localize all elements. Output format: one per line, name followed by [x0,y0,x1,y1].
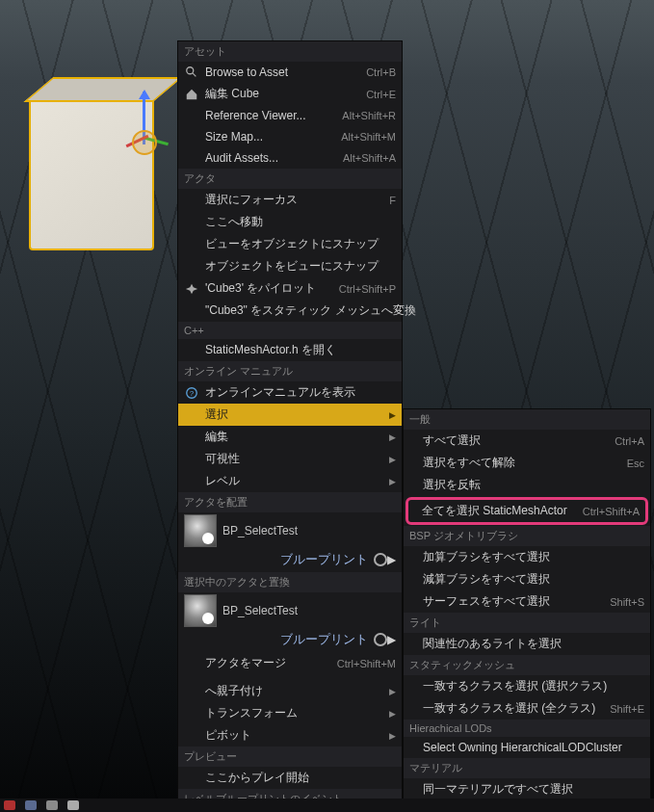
menu-select-matching-class-selected[interactable]: 一致するクラスを選択 (選択クラス) [404,675,650,697]
menu-focus-selection[interactable]: 選択にフォーカス F [178,189,402,211]
blank-icon [184,706,199,721]
blank-icon [184,407,199,423]
menu-edit-cube[interactable]: 編集 Cube Ctrl+E [178,83,402,105]
taskbar-icon[interactable] [4,800,15,810]
menu-reference-viewer[interactable]: Reference Viewer... Alt+Shift+R [178,105,402,126]
section-cpp: C++ [178,322,402,339]
svg-text:?: ? [190,388,195,397]
menu-label: 加算ブラシをすべて選択 [409,549,644,565]
blank-icon [184,452,199,467]
shortcut: Alt+Shift+R [342,110,396,121]
menu-label: Reference Viewer... [205,109,334,122]
menu-label: 可視性 [205,451,381,467]
submenu-arrow-icon: ▶ [389,731,396,741]
menu-select[interactable]: 選択 ▶ [178,404,402,426]
magnifier-icon [184,65,199,80]
blank-icon [184,684,199,699]
menu-convert-to-static-mesh[interactable]: "Cube3" をスタティック メッシュへ変換 [178,300,402,322]
menu-merge-actors[interactable]: アクタをマージ Ctrl+Shift+M [178,652,402,674]
shortcut: Shift+S [610,596,644,608]
menu-label: 選択にフォーカス [205,192,381,208]
shortcut: Alt+Shift+A [343,152,396,164]
menu-play-from-here[interactable]: ここからプレイ開始 [178,767,402,789]
shortcut: Shift+E [610,703,644,715]
menu-snap-object-to-view[interactable]: オブジェクトをビューにスナップ [178,255,402,277]
taskbar-icon[interactable] [25,800,37,810]
menu-browse-to-asset[interactable]: Browse to Asset Ctrl+B [178,62,402,83]
submenu-arrow-icon: ▶ [389,477,396,486]
menu-select-matching-class-all[interactable]: 一致するクラスを選択 (全クラス) Shift+E [404,697,650,720]
menu-label: 'Cube3' をパイロット [205,280,331,297]
menu-level[interactable]: レベル ▶ [178,470,402,492]
section-actor: アクタ [178,169,402,189]
menu-visibility[interactable]: 可視性 ▶ [178,448,402,470]
menu-label: StaticMeshActor.h を開く [205,342,396,358]
menu-label: ここへ移動 [205,214,396,230]
menu-go-here[interactable]: ここへ移動 [178,211,402,233]
blank-icon [184,237,199,252]
menu-label: すべて選択 [409,432,607,449]
section-manual: オンライン マニュアル [178,361,402,381]
taskbar-icon[interactable] [67,800,79,810]
menu-size-map[interactable]: Size Map... Alt+Shift+M [178,126,402,147]
blank-icon [184,728,199,744]
shortcut: Esc [627,458,644,469]
bp-label: BP_SelectTest [222,524,396,537]
menu-select-all-staticmeshactor[interactable]: 全てを選択 StaticMeshActor Ctrl+Shift+A [405,497,648,525]
menu-select-additive-brushes[interactable]: 加算ブラシをすべて選択 [404,546,650,568]
menu-select-same-material[interactable]: 同一マテリアルですべて選択 [404,778,650,800]
menu-label: 一致するクラスを選択 (全クラス) [409,700,602,717]
submenu-arrow-icon: ▶ [387,553,396,566]
menu-select-all-surfaces[interactable]: サーフェスをすべて選択 Shift+S [404,590,650,613]
menu-label: 編集 [205,429,381,445]
shortcut: Ctrl+A [615,435,644,447]
menu-label: Audit Assets... [205,151,335,165]
gizmo-rotate-ring[interactable] [132,130,157,155]
menu-label: "Cube3" をスタティック メッシュへ変換 [205,302,416,319]
menu-edit[interactable]: 編集 ▶ [178,426,402,448]
menu-replace-bp[interactable]: BP_SelectTest [178,592,402,629]
menu-select-owning-hlod[interactable]: Select Owning HierarchicalLODCluster [404,737,650,758]
menu-transform[interactable]: トランスフォーム ▶ [178,702,402,724]
menu-pilot-cube3[interactable]: 'Cube3' をパイロット Ctrl+Shift+P [178,277,402,300]
menu-pivot[interactable]: ピボット ▶ [178,724,402,747]
menu-label: 同一マテリアルですべて選択 [409,781,644,798]
asset-thumbnail [184,514,217,547]
taskbar-icon[interactable] [46,800,58,810]
submenu-arrow-icon: ▶ [387,633,396,646]
menu-label: 選択を反転 [409,477,644,493]
circle-icon [374,633,387,646]
submenu-arrow-icon: ▶ [389,687,396,696]
menu-label: Select Owning HierarchicalLODCluster [409,741,644,754]
shortcut: Alt+Shift+M [341,131,396,143]
menu-select-all[interactable]: すべて選択 Ctrl+A [404,430,650,452]
menu-select-relevant-lights[interactable]: 関連性のあるライトを選択 [404,633,650,655]
blank-icon [184,150,199,166]
menu-snap-view-to-object[interactable]: ビューをオブジェクトにスナップ [178,233,402,255]
menu-audit-assets[interactable]: Audit Assets... Alt+Shift+A [178,147,402,169]
section-material: マテリアル [404,758,650,778]
bp-label: BP_SelectTest [222,604,396,617]
blank-icon [184,259,199,275]
transform-gizmo[interactable] [125,92,164,169]
menu-place-blueprint-row[interactable]: ブループリント ▶ [178,549,402,572]
submenu-arrow-icon: ▶ [389,709,396,719]
submenu-arrow-icon: ▶ [389,455,396,464]
menu-deselect-all[interactable]: 選択をすべて解除 Esc [404,452,650,474]
shortcut: F [389,195,396,206]
menu-place-bp[interactable]: BP_SelectTest [178,512,402,549]
svg-line-1 [193,73,196,77]
menu-invert-selection[interactable]: 選択を反転 [404,474,650,496]
menu-attach-to[interactable]: へ親子付け ▶ [178,680,402,702]
help-icon: ? [184,385,199,401]
menu-label: へ親子付け [205,683,381,699]
menu-open-header[interactable]: StaticMeshActor.h を開く [178,339,402,361]
menu-online-manual[interactable]: ? オンラインマニュアルを表示 [178,381,402,404]
menu-label: ここからプレイ開始 [205,770,396,786]
menu-replace-blueprint-row[interactable]: ブループリント ▶ [178,629,402,652]
menu-label: ピボット [205,727,381,744]
menu-select-subtractive-brushes[interactable]: 減算ブラシをすべて選択 [404,568,650,590]
submenu-select: 一般 すべて選択 Ctrl+A 選択をすべて解除 Esc 選択を反転 全てを選択… [403,408,651,801]
menu-label: トランスフォーム [205,705,381,721]
section-preview: プレビュー [178,747,402,767]
